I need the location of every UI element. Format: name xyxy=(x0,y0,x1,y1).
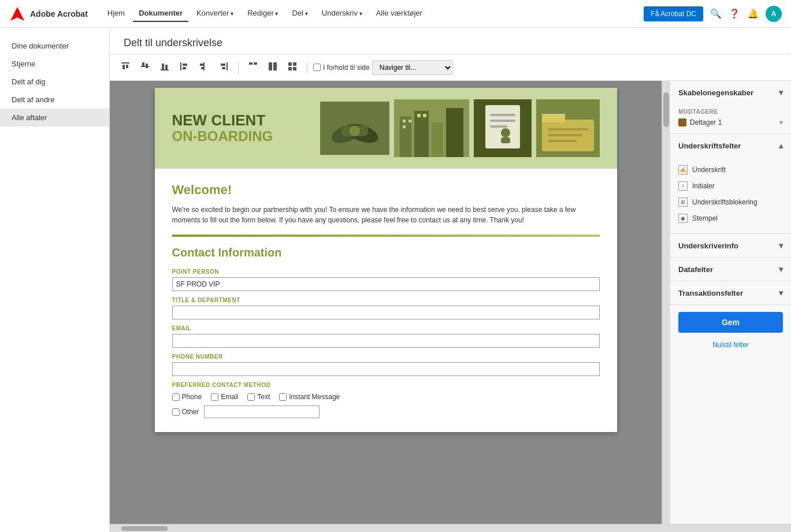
toolbar-btn-7[interactable] xyxy=(244,59,262,76)
skabelon-header[interactable]: Skabelonegenskaber ▾ xyxy=(670,81,791,104)
nav-del[interactable]: Del xyxy=(287,5,314,22)
sig-field-blokering-icon: ⊞ xyxy=(678,198,688,207)
svg-rect-6 xyxy=(161,69,169,70)
sig-field-initialer[interactable]: I Initialer xyxy=(678,178,783,194)
avatar[interactable]: A xyxy=(766,6,782,22)
toolbar-btn-3[interactable] xyxy=(156,59,173,76)
svg-rect-4 xyxy=(142,62,144,66)
contact-other-checkbox[interactable] xyxy=(172,408,180,416)
sidebar-item-stjerne[interactable]: Stjerne xyxy=(0,55,109,73)
sidebar: Dine dokumenter Stjerne Delt af dig Delt… xyxy=(0,28,110,532)
svg-rect-21 xyxy=(269,62,272,70)
panel-bottom: Gem Nulstil felter xyxy=(670,305,791,359)
contact-phone-text: Phone xyxy=(182,393,202,401)
svg-rect-53 xyxy=(548,134,582,136)
doc-area-inner: NEW CLIENT ON-BOARDING xyxy=(110,81,791,532)
underskriverinfo-header[interactable]: Underskriverinfo ▾ xyxy=(670,234,791,257)
svg-rect-5 xyxy=(146,64,148,68)
datafelter-header[interactable]: Datafelter ▾ xyxy=(670,258,791,281)
contact-text-label[interactable]: Text xyxy=(247,393,270,401)
search-icon[interactable]: 🔍 xyxy=(710,8,722,19)
contact-phone-checkbox[interactable] xyxy=(172,393,180,401)
doc-area-row: NEW CLIENT ON-BOARDING xyxy=(110,81,791,524)
email-label: EMAIL xyxy=(172,325,600,332)
notification-icon[interactable]: 🔔 xyxy=(747,8,759,19)
gem-button[interactable]: Gem xyxy=(678,312,783,333)
svg-rect-46 xyxy=(490,125,507,128)
sidebar-item-dine-dokumenter[interactable]: Dine dokumenter xyxy=(0,37,109,55)
folder-illustration xyxy=(536,99,600,157)
nulstil-button[interactable]: Nulstil felter xyxy=(678,337,783,352)
contact-phone-label[interactable]: Phone xyxy=(172,393,202,401)
svg-rect-9 xyxy=(180,62,181,70)
sidebar-item-delt-af-andre[interactable]: Delt af andre xyxy=(0,91,109,109)
toolbar-btn-5[interactable] xyxy=(195,59,213,76)
svg-rect-40 xyxy=(417,114,421,117)
email-input[interactable] xyxy=(172,334,600,348)
contact-other-label[interactable]: Other xyxy=(172,408,199,416)
other-input[interactable] xyxy=(204,405,320,418)
toolbar-btn-4[interactable] xyxy=(176,59,193,76)
title-dept-label: TITLE & DEPARTMENT xyxy=(172,297,600,303)
point-person-input[interactable] xyxy=(172,277,600,291)
navigate-select[interactable]: Naviger til... Side 1 Side 2 xyxy=(372,60,453,75)
sig-field-stempel-icon: ◉ xyxy=(678,214,688,223)
app-body: Dine dokumenter Stjerne Delt af dig Delt… xyxy=(0,28,791,532)
svg-rect-39 xyxy=(403,125,406,128)
svg-rect-48 xyxy=(501,137,510,143)
underskrift-header[interactable]: Underskriftsfelter ▴ xyxy=(670,134,791,157)
h-scroll-thumb[interactable] xyxy=(121,526,168,531)
nav-konverter[interactable]: Konverter xyxy=(191,5,239,22)
doc-banner: NEW CLIENT ON-BOARDING xyxy=(155,88,617,169)
doc-page: NEW CLIENT ON-BOARDING xyxy=(155,88,617,432)
contact-email-checkbox[interactable] xyxy=(211,393,218,401)
toolbar-btn-2[interactable] xyxy=(136,59,154,76)
svg-point-47 xyxy=(501,128,510,137)
logo: Adobe Acrobat xyxy=(9,6,88,22)
underskrift-content: ✍ Underskrift I Initialer ⊞ Underskrifts… xyxy=(670,157,791,233)
page-header: Delt til underskrivelse xyxy=(110,28,791,54)
nav-hjem[interactable]: Hjem xyxy=(102,5,131,22)
vertical-scrollbar[interactable] xyxy=(662,81,670,524)
intro-text: We're so excited to begin our partnershi… xyxy=(172,204,600,225)
sig-field-stempel[interactable]: ◉ Stempel xyxy=(678,210,783,226)
svg-rect-20 xyxy=(249,65,257,66)
phone-input[interactable] xyxy=(172,362,600,376)
nav-dokumenter[interactable]: Dokumenter xyxy=(133,5,188,22)
svg-rect-1 xyxy=(122,65,125,69)
contact-instant-checkbox[interactable] xyxy=(279,393,287,401)
sidebar-item-delt-af-dig[interactable]: Delt af dig xyxy=(0,73,109,91)
sig-field-blokering[interactable]: ⊞ Underskriftsblokering xyxy=(678,194,783,210)
toolbar: I forhold til side Naviger til... Side 1… xyxy=(110,54,791,81)
nav-rediger[interactable]: Rediger xyxy=(242,5,284,22)
handshake-illustration xyxy=(320,99,389,157)
toolbar-btn-1[interactable] xyxy=(117,59,134,76)
toolbar-btn-6[interactable] xyxy=(215,59,232,76)
acrobat-dc-button[interactable]: Få Acrobat DC xyxy=(644,6,703,21)
sig-field-initialer-label: Initialer xyxy=(692,182,715,190)
contact-text-checkbox[interactable] xyxy=(247,393,255,401)
toolbar-btn-8[interactable] xyxy=(264,59,281,76)
contact-instant-label[interactable]: Instant Message xyxy=(279,393,340,401)
doc-banner-text: NEW CLIENT ON-BOARDING xyxy=(172,112,273,145)
title-dept-input[interactable] xyxy=(172,306,600,319)
doc-scroll[interactable]: NEW CLIENT ON-BOARDING xyxy=(110,81,662,524)
svg-rect-41 xyxy=(423,114,426,117)
proportion-checkbox-label: I forhold til side xyxy=(313,64,370,72)
sidebar-item-alle-aftaler[interactable]: Alle aftaler xyxy=(0,109,109,127)
horizontal-scrollbar[interactable] xyxy=(110,524,791,532)
toolbar-btn-9[interactable] xyxy=(284,59,301,76)
transaktionsfelter-header[interactable]: Transaktionsfelter ▾ xyxy=(670,281,791,304)
scroll-thumb[interactable] xyxy=(663,92,669,127)
nav-underskriv[interactable]: Underskriv xyxy=(316,5,368,22)
svg-rect-23 xyxy=(288,62,292,66)
sig-field-underskrift-label: Underskrift xyxy=(692,166,726,174)
proportion-checkbox[interactable] xyxy=(313,64,321,71)
contact-email-label[interactable]: Email xyxy=(211,393,238,401)
sig-field-underskrift[interactable]: ✍ Underskrift xyxy=(678,162,783,178)
svg-rect-37 xyxy=(403,120,406,122)
nav-alle-vaerktoejer[interactable]: Alle værktøjer xyxy=(370,5,428,22)
recipient-chevron-icon[interactable]: ▾ xyxy=(779,118,783,127)
toolbar-divider-2 xyxy=(307,62,307,73)
help-icon[interactable]: ❓ xyxy=(729,8,740,19)
